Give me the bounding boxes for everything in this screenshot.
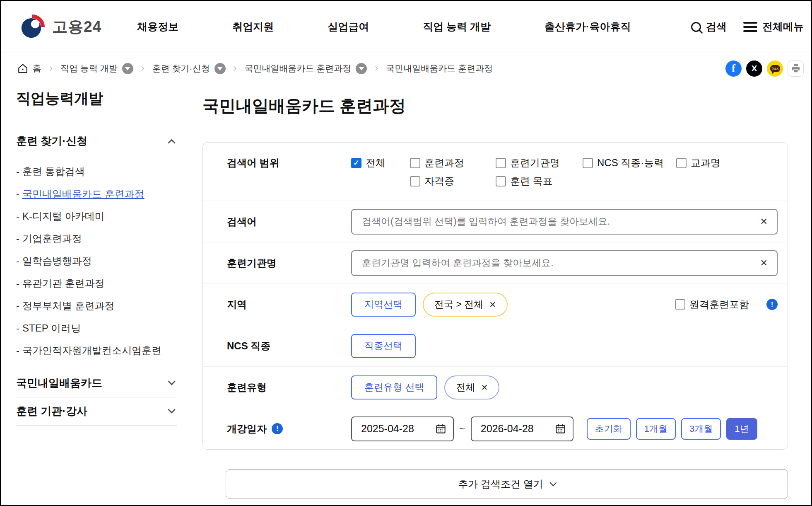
breadcrumb-level2[interactable]: 훈련 찾기·신청 — [152, 63, 226, 74]
preset-3month-button[interactable]: 3개월 — [681, 418, 721, 440]
search-filter-panel: 검색어 범위 ✓ 전체 훈련과정 훈련기관명 — [202, 142, 788, 450]
sidebar-item-tomorrow-card-courses[interactable]: -국민내일배움카드 훈련과정 — [16, 188, 177, 200]
label-search-scope: 검색어 범위 — [227, 156, 351, 170]
sidebar-section-training-org: 훈련 기관·강사 — [16, 397, 177, 426]
date-range-separator: ~ — [460, 424, 465, 434]
more-search-conditions-button[interactable]: 추가 검색조건 열기 — [226, 469, 788, 499]
sidebar-item-govt-dept-training[interactable]: -정부부처별 훈련과정 — [16, 300, 177, 312]
checkbox-all[interactable]: ✓ 전체 — [351, 156, 410, 170]
checkbox-training-course[interactable]: 훈련과정 — [410, 156, 496, 170]
page: 고용24 채용정보 취업지원 실업급여 직업 능력 개발 출산휴가·육아휴직 검… — [0, 0, 812, 506]
row-training-type: 훈련유형 훈련유형 선택 전체 ✕ — [203, 366, 788, 408]
checkbox-training-org-name[interactable]: 훈련기관명 — [496, 156, 583, 170]
sidebar-title: 직업능력개발 — [16, 89, 177, 108]
calendar-icon — [435, 423, 446, 434]
checkbox-unchecked-icon — [676, 158, 687, 168]
checkbox-unchecked-icon — [675, 299, 685, 310]
training-org-input[interactable] — [351, 250, 778, 276]
preset-1year-button[interactable]: 1년 — [726, 418, 757, 440]
region-selected-tag[interactable]: 전국 > 전체 ✕ — [423, 293, 508, 317]
row-search-scope: 검색어 범위 ✓ 전체 훈련과정 훈련기관명 — [203, 143, 788, 201]
breadcrumb-separator-icon: › — [234, 62, 237, 74]
sidebar-item-integrated-search[interactable]: -훈련 통합검색 — [16, 166, 177, 177]
nav-item-employment-support[interactable]: 취업지원 — [232, 20, 274, 34]
top-nav-bar: 고용24 채용정보 취업지원 실업급여 직업 능력 개발 출산휴가·육아휴직 검… — [1, 1, 811, 53]
region-select-button[interactable]: 지역선택 — [351, 293, 416, 317]
label-training-type: 훈련유형 — [227, 381, 351, 394]
sidebar-item-company-training[interactable]: -기업훈련과정 — [16, 233, 177, 245]
breadcrumb-separator-icon: › — [141, 62, 145, 74]
start-date-input[interactable]: 2025-04-28 — [351, 416, 454, 441]
search-button[interactable]: 검색 — [691, 20, 727, 34]
remove-tag-icon[interactable]: ✕ — [481, 383, 488, 392]
info-icon[interactable]: ! — [272, 423, 283, 434]
page-title: 국민내일배움카드 훈련과정 — [202, 94, 788, 117]
breadcrumb-level1[interactable]: 직업 능력 개발 — [60, 63, 133, 74]
training-type-selected-tag[interactable]: 전체 ✕ — [444, 375, 499, 399]
info-icon[interactable]: ! — [766, 299, 778, 310]
print-icon[interactable] — [788, 61, 804, 77]
sidebar: 직업능력개발 훈련 찾기·신청 -훈련 통합검색 -국민내일배움카드 훈련과정 … — [16, 89, 177, 426]
end-date-input[interactable]: 2026-04-28 — [471, 416, 573, 441]
sidebar-section3-header[interactable]: 훈련 기관·강사 — [16, 397, 177, 425]
chevron-down-icon[interactable] — [122, 63, 133, 74]
breadcrumb-level4-current: 국민내일배움카드 훈련과정 — [386, 63, 493, 74]
sidebar-menu-list: -훈련 통합검색 -국민내일배움카드 훈련과정 -K-디지털 아카데미 -기업훈… — [16, 166, 177, 356]
main-nav: 채용정보 취업지원 실업급여 직업 능력 개발 출산휴가·육아휴직 — [137, 20, 631, 34]
sidebar-item-nhrd-consortium[interactable]: -국가인적자원개발컨소시엄훈련 — [16, 345, 177, 356]
logo-text: 고용24 — [52, 17, 101, 37]
nav-item-recruit-info[interactable]: 채용정보 — [137, 20, 178, 34]
label-ncs-job: NCS 직종 — [227, 339, 351, 353]
header-utilities: 검색 전체메뉴 — [691, 20, 804, 34]
checkbox-unchecked-icon — [410, 158, 420, 168]
checkbox-include-remote[interactable]: 원격훈련포함 — [675, 298, 749, 312]
checkbox-subject-name[interactable]: 교과명 — [676, 156, 778, 170]
calendar-icon — [555, 423, 566, 434]
sidebar-section2-header[interactable]: 국민내일배움카드 — [16, 369, 177, 397]
hamburger-menu-icon — [743, 22, 757, 32]
date-preset-buttons: 초기화 1개월 3개월 1년 — [587, 418, 757, 440]
checkbox-training-goal[interactable]: 훈련 목표 — [496, 174, 583, 188]
label-start-date: 개강일자 ! — [227, 422, 351, 436]
checkbox-unchecked-icon — [410, 176, 420, 186]
remove-tag-icon[interactable]: ✕ — [489, 300, 496, 310]
facebook-share-icon[interactable]: f — [725, 61, 742, 77]
site-logo[interactable]: 고용24 — [19, 14, 101, 40]
keyword-input-wrap: ✕ — [351, 209, 778, 235]
sidebar-item-related-org-training[interactable]: -유관기관 훈련과정 — [16, 278, 177, 289]
home-icon — [17, 63, 28, 74]
chevron-down-icon[interactable] — [356, 63, 367, 74]
sidebar-section1-header[interactable]: 훈련 찾기·신청 — [16, 127, 177, 155]
nav-item-vocational-development[interactable]: 직업 능력 개발 — [423, 20, 491, 34]
sidebar-item-work-study-parallel[interactable]: -일학습병행과정 — [16, 255, 177, 267]
chevron-down-icon — [168, 406, 175, 413]
breadcrumb-level3[interactable]: 국민내일배움카드 훈련과정 — [245, 63, 367, 74]
training-type-select-button[interactable]: 훈련유형 선택 — [351, 375, 437, 399]
remote-training-option: 원격훈련포함 ! — [675, 298, 778, 312]
kakao-share-icon[interactable]: TALK — [767, 61, 783, 77]
chevron-down-icon[interactable] — [214, 63, 226, 74]
all-menu-button[interactable]: 전체메뉴 — [743, 20, 804, 34]
org-input-wrap: ✕ — [351, 250, 778, 276]
ncs-job-select-button[interactable]: 직종선택 — [351, 334, 416, 358]
sidebar-item-step-elearning[interactable]: -STEP 이러닝 — [16, 322, 177, 334]
label-training-org: 훈련기관명 — [227, 257, 351, 270]
label-region: 지역 — [227, 298, 351, 311]
x-share-icon[interactable]: X — [746, 61, 762, 77]
reset-date-button[interactable]: 초기화 — [587, 418, 631, 440]
nav-item-maternity-childcare-leave[interactable]: 출산휴가·육아휴직 — [545, 20, 631, 34]
sidebar-section-tomorrow-card: 국민내일배움카드 — [16, 369, 177, 397]
breadcrumb-home[interactable]: 홈 — [17, 63, 41, 74]
clear-icon[interactable]: ✕ — [760, 258, 768, 269]
row-start-date: 개강일자 ! 2025-04-28 ~ — [203, 408, 788, 449]
nav-item-unemployment-benefits[interactable]: 실업급여 — [328, 20, 369, 34]
row-keyword: 검색어 ✕ — [203, 201, 788, 242]
checkbox-ncs-job-ability[interactable]: NCS 직종·능력 — [583, 156, 676, 170]
checkbox-license[interactable]: 자격증 — [410, 174, 496, 188]
breadcrumb: 홈 › 직업 능력 개발 › 훈련 찾기·신청 › 국민내일배움카드 훈련과정 … — [17, 63, 493, 74]
sidebar-item-k-digital-academy[interactable]: -K-디지털 아카데미 — [16, 211, 177, 222]
preset-1month-button[interactable]: 1개월 — [636, 418, 676, 440]
breadcrumb-separator-icon: › — [49, 62, 53, 74]
clear-icon[interactable]: ✕ — [760, 216, 768, 227]
keyword-input[interactable] — [351, 209, 778, 235]
